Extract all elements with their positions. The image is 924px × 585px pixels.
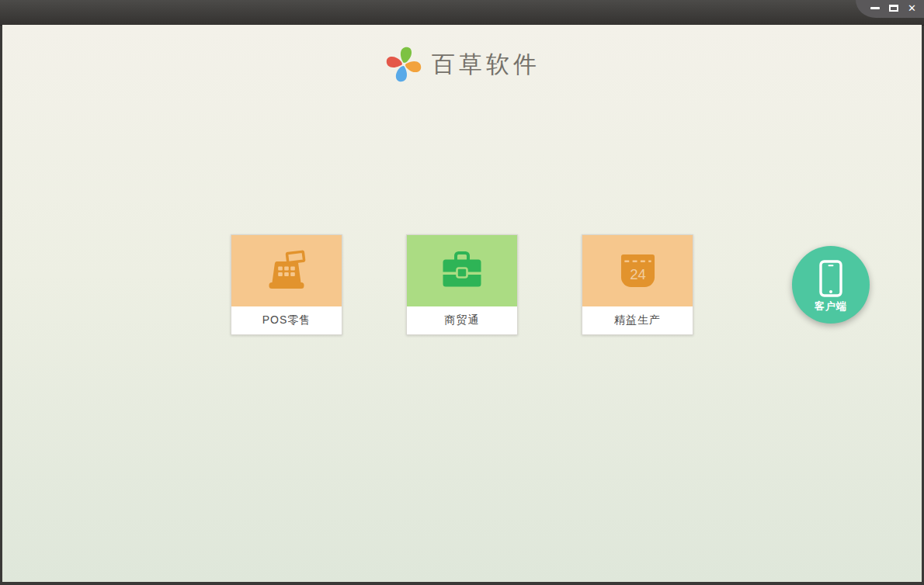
close-button[interactable]: ✕ bbox=[908, 3, 916, 13]
maximize-button[interactable] bbox=[889, 5, 898, 12]
client-button-label: 客户端 bbox=[815, 299, 847, 313]
product-label: POS零售 bbox=[231, 306, 342, 334]
product-card-lean[interactable]: 24 精益生产 bbox=[582, 234, 693, 335]
window-controls: ✕ bbox=[856, 0, 924, 18]
product-tile bbox=[231, 235, 342, 306]
title-bar: ✕ bbox=[0, 0, 924, 26]
maximize-icon bbox=[889, 5, 898, 12]
briefcase-icon bbox=[442, 251, 482, 290]
minimize-button[interactable] bbox=[870, 7, 880, 9]
brand-title: 百草软件 bbox=[432, 49, 540, 81]
product-card-trade[interactable]: 商贸通 bbox=[406, 234, 518, 335]
product-label: 商贸通 bbox=[407, 306, 517, 334]
logo-petal-right bbox=[405, 61, 421, 72]
main-content: 百草软件 POS零售 bbox=[2, 25, 922, 582]
cash-register-icon bbox=[266, 250, 307, 292]
brand-header: 百草软件 bbox=[2, 42, 922, 87]
logo-petal-left bbox=[387, 57, 402, 68]
logo-petal-bottom bbox=[396, 66, 407, 81]
logo-petal-top bbox=[401, 47, 412, 63]
minimize-icon bbox=[870, 7, 880, 9]
app-window: { "window": { "title_bar_controls": [ { … bbox=[0, 0, 924, 585]
client-app-button[interactable]: 客户端 bbox=[792, 246, 870, 324]
product-tile bbox=[407, 235, 517, 306]
product-tile: 24 bbox=[582, 235, 693, 306]
calendar-day-number: 24 bbox=[630, 266, 646, 282]
calendar-icon: 24 bbox=[620, 253, 656, 289]
product-label: 精益生产 bbox=[582, 306, 693, 334]
smartphone-icon bbox=[819, 260, 842, 297]
product-card-pos[interactable]: POS零售 bbox=[231, 234, 342, 335]
pinwheel-logo-icon bbox=[384, 44, 424, 85]
close-icon: ✕ bbox=[908, 3, 916, 13]
